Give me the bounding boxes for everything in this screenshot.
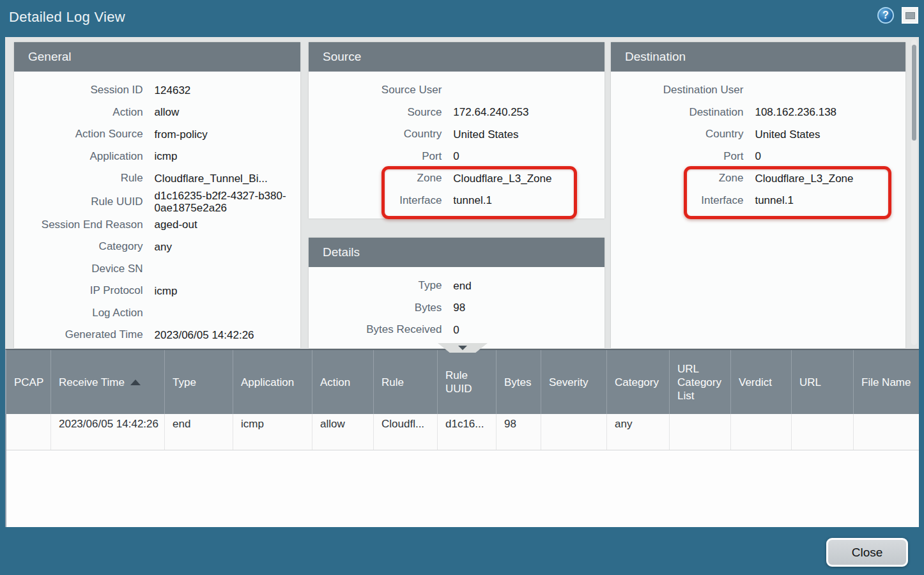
field-row: Port0 xyxy=(309,146,604,168)
details-panel: Details TypeendBytes98Bytes Received0 xyxy=(309,238,604,348)
column-header-label: PCAP xyxy=(14,376,43,389)
column-header-pcap[interactable]: PCAP xyxy=(6,350,51,414)
field-value: d1c16235-b2f2-4327-b380-0ae1875e2a26 xyxy=(155,190,300,214)
field-value: 0 xyxy=(453,324,604,336)
field-row: Bytes98 xyxy=(309,297,604,319)
log-table-cell xyxy=(670,414,731,450)
field-value: 124632 xyxy=(155,84,300,96)
column-header-receive-time[interactable]: Receive Time xyxy=(51,350,165,414)
help-icon[interactable]: ? xyxy=(877,7,894,24)
log-table-body: 2023/06/05 14:42:26endicmpallowCloudfl..… xyxy=(6,414,919,450)
field-row: Device SN xyxy=(14,258,300,280)
column-header-url-category-list[interactable]: URL Category List xyxy=(670,350,731,414)
field-label: Action xyxy=(14,106,143,119)
field-label: Destination User xyxy=(611,84,743,96)
column-header-label: Rule UUID xyxy=(445,369,491,395)
column-header-label: Receive Time xyxy=(59,376,125,389)
field-label: Type xyxy=(309,279,442,292)
column-header-url[interactable]: URL xyxy=(792,350,854,414)
field-label: Device SN xyxy=(14,263,143,275)
field-label: Session ID xyxy=(14,84,143,96)
field-row: Log Action xyxy=(14,302,300,325)
field-row: Port0 xyxy=(611,146,905,168)
log-table-cell: d1c16... xyxy=(438,414,497,450)
field-value: 108.162.236.138 xyxy=(755,106,905,118)
column-header-rule-uuid[interactable]: Rule UUID xyxy=(438,350,497,414)
log-table-cell: end xyxy=(165,414,233,450)
field-label: Port xyxy=(611,150,743,163)
field-row: Destination User xyxy=(611,79,905,102)
column-header-label: Bytes xyxy=(504,376,532,389)
column-header-rule[interactable]: Rule xyxy=(374,350,438,414)
field-label: Bytes xyxy=(309,302,442,314)
general-panel: General Session ID124632ActionallowActio… xyxy=(14,42,300,348)
field-row: Session End Reasonaged-out xyxy=(14,214,300,236)
field-value: from-policy xyxy=(155,128,300,141)
field-row: CountryUnited States xyxy=(611,123,905,146)
field-label: Generated Time xyxy=(14,328,143,341)
field-label: Country xyxy=(611,128,743,141)
field-value: allow xyxy=(155,106,300,118)
field-label: Log Action xyxy=(14,307,143,319)
log-table-cell: allow xyxy=(312,414,374,450)
field-label: Session End Reason xyxy=(14,218,143,231)
field-label: Bytes Received xyxy=(309,323,442,336)
field-label: Rule UUID xyxy=(14,195,143,208)
field-value: 98 xyxy=(453,302,604,314)
window-restore-icon-glyph xyxy=(905,12,915,19)
details-panel-header: Details xyxy=(309,238,604,267)
field-label: Destination xyxy=(611,106,743,119)
field-row: Destination108.162.236.138 xyxy=(611,102,905,124)
column-header-label: Severity xyxy=(549,376,588,389)
log-table-cell: 98 xyxy=(497,414,541,450)
destination-panel-header: Destination xyxy=(611,42,905,72)
field-value: icmp xyxy=(155,150,300,162)
general-panel-header: General xyxy=(14,42,300,72)
destination-zone-interface-highlight-annotation xyxy=(684,166,891,219)
log-table-cell xyxy=(792,414,854,450)
column-header-application[interactable]: Application xyxy=(233,350,312,414)
title-bar: Detailed Log View ? xyxy=(0,0,924,37)
source-panel-header: Source xyxy=(309,42,604,72)
column-header-action[interactable]: Action xyxy=(312,350,374,414)
log-table-header-row: PCAPReceive TimeTypeApplicationActionRul… xyxy=(6,350,919,414)
vertical-scrollbar-track[interactable] xyxy=(911,40,917,345)
close-button[interactable]: Close xyxy=(826,538,908,567)
field-row: Source User xyxy=(309,79,604,102)
field-label: Port xyxy=(309,150,442,163)
field-label: Source xyxy=(309,106,442,119)
field-row: Session ID124632 xyxy=(14,79,300,102)
log-table-row[interactable]: 2023/06/05 14:42:26endicmpallowCloudfl..… xyxy=(6,414,919,450)
column-header-label: Action xyxy=(320,376,350,389)
log-table-cell xyxy=(731,414,792,450)
field-value: 2023/06/05 14:42:26 xyxy=(155,329,300,341)
field-row: Action Sourcefrom-policy xyxy=(14,123,300,146)
field-label: Rule xyxy=(14,172,143,185)
field-value: aged-out xyxy=(155,218,300,231)
column-header-label: File Name xyxy=(861,376,911,389)
general-panel-body: Session ID124632ActionallowAction Source… xyxy=(14,72,300,346)
field-value: 0 xyxy=(453,150,604,162)
field-row: RuleCloudflare_Tunnel_Bi... xyxy=(14,167,300,190)
field-row: Rule UUIDd1c16235-b2f2-4327-b380-0ae1875… xyxy=(14,190,300,214)
field-value: Cloudflare_Tunnel_Bi... xyxy=(155,172,300,185)
field-row: CountryUnited States xyxy=(309,123,604,146)
column-header-verdict[interactable]: Verdict xyxy=(731,350,792,414)
column-header-category[interactable]: Category xyxy=(607,350,670,414)
log-table-cell: 2023/06/05 14:42:26 xyxy=(51,414,165,450)
details-panel-body: TypeendBytes98Bytes Received0 xyxy=(309,267,604,341)
log-table: PCAPReceive TimeTypeApplicationActionRul… xyxy=(5,349,919,527)
column-header-label: URL xyxy=(799,376,821,389)
field-label: Category xyxy=(14,240,143,253)
vertical-scrollbar-thumb[interactable] xyxy=(912,45,916,141)
column-header-bytes[interactable]: Bytes xyxy=(497,350,541,414)
sort-ascending-icon xyxy=(130,379,141,385)
field-value: 172.64.240.253 xyxy=(453,106,604,118)
field-value: icmp xyxy=(155,285,300,297)
log-table-cell xyxy=(541,414,607,450)
log-table-cell: any xyxy=(607,414,670,450)
column-header-severity[interactable]: Severity xyxy=(541,350,607,414)
column-header-file-name[interactable]: File Name xyxy=(854,350,920,414)
column-header-type[interactable]: Type xyxy=(165,350,233,414)
window-restore-icon[interactable] xyxy=(902,7,918,24)
